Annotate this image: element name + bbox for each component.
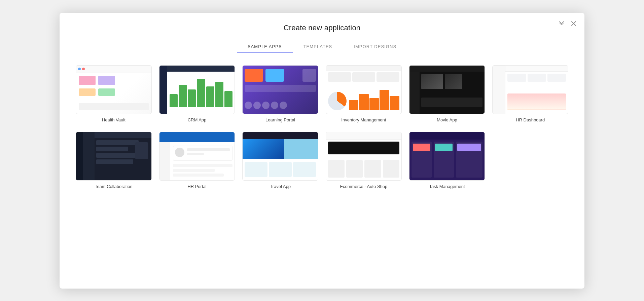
thumb-hrp-li-2 [173,169,215,172]
app-card-learning-portal[interactable]: Learning Portal [242,65,318,122]
thumb-hr-area-fill [507,93,566,110]
thumb-hr-card-3 [547,74,566,82]
app-thumb-learning-portal [242,65,318,114]
app-card-crm-app[interactable]: CRM App [159,65,235,122]
app-label-travel-app: Travel App [270,184,291,189]
thumb-hrp-li-3 [173,174,224,177]
modal-header: Create new application [60,13,584,32]
thumb-hr-inner [493,66,568,114]
app-label-health-vault: Health Vault [102,117,126,122]
app-card-ecommerce-auto-shop[interactable]: Ecommerce - Auto Shop [326,132,402,189]
thumb-ecom-item-3 [364,160,381,178]
thumb-team-header [95,132,151,138]
app-label-learning-portal: Learning Portal [265,117,295,122]
app-card-movie-app[interactable]: Movie App [409,65,485,122]
thumb-task-card1 [413,144,430,151]
tab-import-designs[interactable]: IMPORT DESIGNS [343,41,407,53]
thumb-learning-icons [245,102,316,109]
thumb-inv-pie [328,92,347,110]
thumb-hrp-list [173,164,233,177]
thumb-hr-area [507,93,566,110]
app-thumb-travel-app [242,132,318,181]
thumb-learning-icon-5 [280,102,287,109]
tab-sample-apps[interactable]: SAMPLE APPS [237,41,293,53]
thumb-learning-icon-4 [271,102,278,109]
thumb-crm-inner [159,66,235,114]
app-label-movie-app: Movie App [437,117,457,122]
thumb-bar-1 [79,76,96,85]
thumb-team-sidebar2 [83,132,95,180]
thumb-learning-card1 [245,69,263,82]
thumb-health-dot-blue [78,68,81,70]
thumb-inv-bar-5 [390,96,399,110]
app-card-hr-portal[interactable]: HR Portal [159,132,235,189]
thumb-inv-stat-2 [352,72,375,82]
app-card-health-vault[interactable]: Health Vault [76,65,152,122]
thumb-hrp-header [159,132,235,142]
thumb-inv-bar-1 [349,100,358,110]
thumb-crm-bar-5 [206,86,214,107]
thumb-crm-bar-4 [197,79,205,107]
thumb-crm-bar-1 [170,94,178,107]
thumb-travel-cards [245,162,316,177]
app-label-ecommerce-auto-shop: Ecommerce - Auto Shop [340,184,387,189]
thumb-learning-icon-3 [262,102,270,109]
thumb-learning-icon-2 [253,102,261,109]
app-thumb-inventory-management [326,65,402,114]
thumb-task-inner [409,132,485,180]
thumb-bar-4 [98,88,115,96]
app-card-hr-dashboard[interactable]: HR Dashboard [492,65,568,122]
thumb-inv-stat-1 [328,72,351,82]
app-thumb-health-vault [76,65,152,114]
app-thumb-crm-app [159,65,235,114]
thumb-health-dot-red [82,68,85,70]
thumb-learning-inner [243,66,318,114]
app-thumb-hr-dashboard [492,65,568,114]
thumb-travel-card-1 [245,162,267,177]
close-button[interactable] [570,20,578,28]
thumb-health-inner [76,66,151,114]
thumb-learning-row [245,85,316,92]
thumb-movie-sidebar [409,72,420,114]
thumb-ecom-item-1 [328,160,345,178]
thumb-crm-header [167,66,235,72]
thumb-movie-img2 [445,74,462,89]
thumb-learning-card3 [302,69,316,82]
thumb-team-date [135,142,148,159]
thumb-learning-icon-1 [245,102,252,109]
thumb-ecom-item-4 [383,160,399,178]
thumb-hr-card-2 [528,74,546,82]
tab-templates[interactable]: TEMPLATES [293,41,343,53]
thumb-bar-3 [79,88,96,96]
thumb-hrp-text1 [187,148,230,151]
tabs-row: SAMPLE APPS TEMPLATES IMPORT DESIGNS [60,40,584,53]
app-label-crm-app: CRM App [188,117,207,122]
thumb-team-inner [76,132,151,180]
thumb-travel-side [284,139,318,159]
apps-grid: Health Vault [60,53,584,189]
app-card-team-collaboration[interactable]: Team Collaboration [76,132,152,189]
app-label-hr-portal: HR Portal [187,184,206,189]
thumb-ecom-item-2 [346,160,363,178]
app-label-task-management: Task Management [429,184,465,189]
app-thumb-task-management [409,132,485,181]
thumb-hrp-text2 [187,153,204,155]
app-thumb-team-collaboration [76,132,152,181]
thumb-hrportal-inner [159,132,235,180]
thumb-ecom-inner [326,132,401,180]
app-card-travel-app[interactable]: Travel App [242,132,318,189]
app-card-inventory-management[interactable]: Inventory Management [326,65,402,122]
thumb-travel-card-3 [293,162,316,177]
thumb-inv-header [326,66,401,71]
app-label-team-collaboration: Team Collaboration [95,184,133,189]
thumb-crm-sidebar [159,66,167,114]
thumb-crm-bar-6 [215,82,223,107]
thumb-team-sidebar [76,132,83,180]
thumb-hr-header [505,66,568,72]
app-card-task-management[interactable]: Task Management [409,132,485,189]
minimize-button[interactable] [558,20,566,28]
thumb-task-card3 [457,144,481,151]
thumb-task-top [409,132,485,140]
thumb-crm-bar-3 [188,89,196,107]
app-thumb-hr-portal [159,132,235,181]
